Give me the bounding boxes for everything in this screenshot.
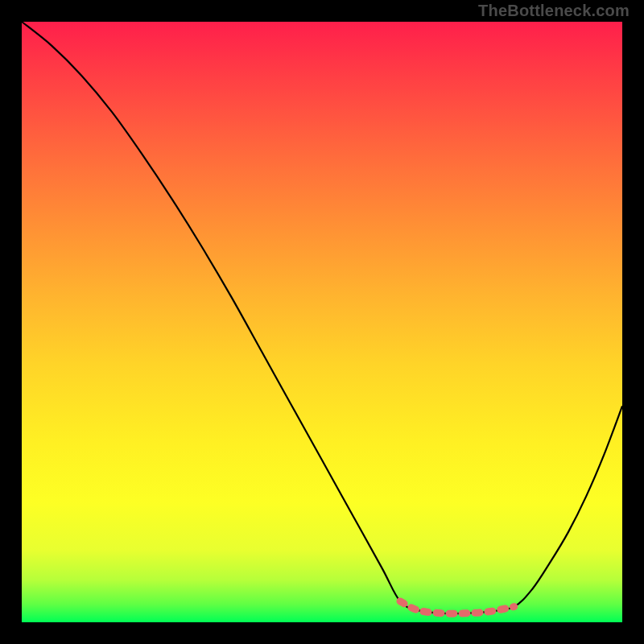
chart-svg [22, 22, 622, 622]
bottleneck-curve [22, 22, 622, 613]
chart-plot-area [22, 22, 622, 622]
bottleneck-highlight [400, 601, 514, 613]
brand-watermark: TheBottleneck.com [478, 2, 630, 20]
